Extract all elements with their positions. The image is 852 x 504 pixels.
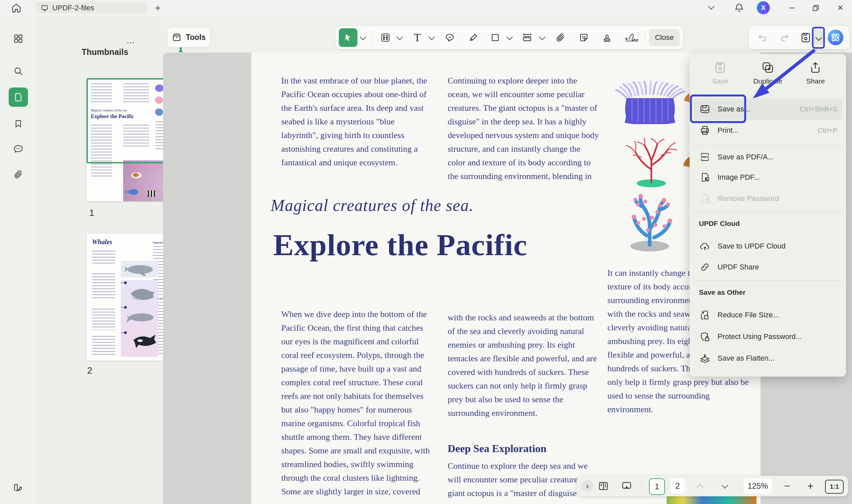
tab-title: UPDF-2-files [52, 4, 94, 12]
select-tool-button[interactable] [339, 28, 357, 47]
paragraph-col1-top: In the vast embrace of our blue planet, … [281, 74, 427, 169]
thumb2-text-lines [92, 309, 115, 330]
menu-item-save-as-pdfa[interactable]: PDF/A Save as PDF/A... [694, 148, 842, 166]
document-subheading: Deep Sea Exploration [448, 443, 547, 455]
panel-title: Thumbnails [82, 47, 128, 57]
zoom-out-button[interactable]: − [780, 479, 795, 494]
menu-item-protect-password[interactable]: Protect Using Password... [694, 327, 842, 346]
thumb1-page-number: 1 [89, 208, 94, 218]
thumb2-text-lines [92, 251, 115, 264]
menu-item-reduce-file-size[interactable]: Reduce File Size... [694, 306, 842, 324]
menu-item-print[interactable]: Print... Ctrl+P [694, 121, 842, 140]
apps-grid-icon[interactable] [8, 29, 28, 48]
save-icon [714, 61, 727, 74]
tools-label: Tools [186, 33, 206, 42]
actual-size-button[interactable]: 1:1 [825, 480, 844, 494]
shield-lock-icon [699, 331, 710, 342]
menu-item-save-to-cloud[interactable]: Save to UPDF Cloud [694, 237, 842, 255]
page-1-button[interactable]: 1 [649, 479, 665, 495]
paragraph-col1-bottom: When we dive deep into the bottom of the… [281, 307, 430, 498]
paragraph-col2-top: Continuing to explore deeper into theoce… [448, 74, 599, 183]
thumb2-text-lines [92, 336, 115, 355]
save-dropdown-chevron[interactable] [813, 30, 825, 45]
thumbnails-panel: ⋯ Thumbnails Magical creatures of the se… [37, 16, 163, 504]
pdf-page-1: In the vast embrace of our blue planet, … [251, 53, 761, 504]
page-layout-icon[interactable] [596, 479, 611, 494]
duplicate-icon [762, 61, 774, 74]
thumb2-title: Whales [92, 238, 112, 246]
ink-signature-icon[interactable] [8, 478, 28, 497]
signature-tool-button[interactable] [620, 28, 644, 47]
zoom-level-display[interactable]: 125% [744, 479, 772, 494]
measure-tool-button[interactable] [518, 28, 536, 47]
pencil-tool-button[interactable] [464, 28, 483, 47]
menu-item-image-pdf[interactable]: Image PDF... [694, 168, 842, 187]
redo-icon[interactable] [777, 30, 792, 45]
previous-page-chevron-up-icon[interactable] [693, 479, 707, 494]
text-tool-chevron-icon[interactable] [429, 35, 434, 41]
page-navigation-bar: › 1 2 125% − + 1:1 [577, 476, 848, 496]
thumb2-whale-panel [121, 280, 158, 357]
thumb2-whale-photo [121, 261, 158, 277]
comments-icon[interactable] [8, 139, 28, 159]
heading-tool-chevron-icon[interactable] [397, 35, 402, 41]
next-page-chevron-down-icon[interactable] [717, 479, 732, 494]
document-script-heading: Magical creatures of the sea. [270, 196, 474, 215]
user-avatar[interactable]: X [757, 1, 770, 14]
presentation-mode-icon[interactable] [619, 479, 634, 494]
window-restore-button[interactable] [805, 0, 827, 16]
sticker-tool-button[interactable] [574, 28, 593, 47]
menu-item-updf-share[interactable]: UPDF Share [694, 258, 842, 276]
notifications-bell-icon[interactable] [734, 2, 745, 13]
print-icon [699, 125, 710, 136]
titlebar: UPDF-2-files + X ✕ [0, 0, 852, 16]
save-dropdown-menu: Save Duplicate Share Save as... Ctrl+Shi… [690, 54, 846, 377]
close-toolbar-button[interactable]: Close [649, 29, 680, 46]
window-close-button[interactable]: ✕ [829, 0, 851, 16]
document-tab[interactable]: UPDF-2-files [36, 2, 147, 14]
measure-tool-chevron-icon[interactable] [540, 35, 545, 41]
menu-item-remove-password: Remove Password [694, 189, 842, 208]
branch-coral-illustration [615, 186, 685, 252]
home-icon[interactable] [11, 3, 22, 13]
bottom-photo-sliver [667, 495, 757, 504]
text-tool-button[interactable]: T [408, 28, 427, 47]
panel-drag-handle[interactable]: ⋯ [126, 38, 136, 48]
bookmark-icon[interactable] [8, 114, 28, 133]
anemone-illustration [614, 81, 693, 124]
menu-quick-duplicate[interactable]: Duplicate [744, 61, 792, 85]
search-icon[interactable] [8, 61, 28, 81]
thumb2-text-lines [92, 273, 115, 300]
menu-quick-share[interactable]: Share [792, 61, 839, 85]
menu-quick-save: Save [696, 61, 744, 85]
save-icon[interactable] [798, 30, 813, 45]
thumbnails-panel-icon[interactable] [8, 88, 28, 107]
expand-chevron-right-icon[interactable]: › [581, 479, 594, 494]
shape-tool-button[interactable] [486, 28, 504, 47]
toolbox-icon [172, 32, 182, 42]
comment-tool-button[interactable] [441, 28, 459, 47]
remove-password-icon [699, 193, 710, 204]
paragraph-col2-bottom: with the rocks and seaweeds at the botto… [448, 311, 597, 420]
window-minimize-button[interactable] [781, 0, 803, 16]
titlebar-chevron-down-icon[interactable] [709, 3, 713, 10]
annotation-toolbar: H T [336, 26, 683, 49]
page-2-button[interactable]: 2 [670, 479, 685, 494]
reduce-size-icon [699, 310, 710, 320]
menu-item-save-as-flatten[interactable]: Save as Flatten... [694, 349, 842, 367]
undo-icon[interactable] [755, 30, 770, 45]
new-tab-button[interactable]: + [150, 1, 165, 15]
select-tool-chevron-icon[interactable] [361, 35, 366, 41]
zoom-in-button[interactable]: + [803, 479, 818, 494]
save-as-shortcut: Ctrl+Shift+S [800, 105, 842, 113]
heading-tool-button[interactable]: H [376, 28, 395, 47]
attach-tool-paperclip-icon[interactable] [551, 28, 570, 47]
attachments-paperclip-icon[interactable] [8, 165, 28, 184]
shape-tool-chevron-icon[interactable] [507, 35, 512, 41]
flatten-layers-icon [699, 353, 710, 364]
ai-assistant-button[interactable] [828, 30, 844, 45]
updf-window: UPDF-2-files + X ✕ [0, 0, 852, 504]
stamp-tool-button[interactable] [598, 28, 616, 47]
menu-item-save-as[interactable]: Save as... Ctrl+Shift+S [694, 100, 842, 119]
tools-button[interactable]: Tools [167, 27, 210, 47]
